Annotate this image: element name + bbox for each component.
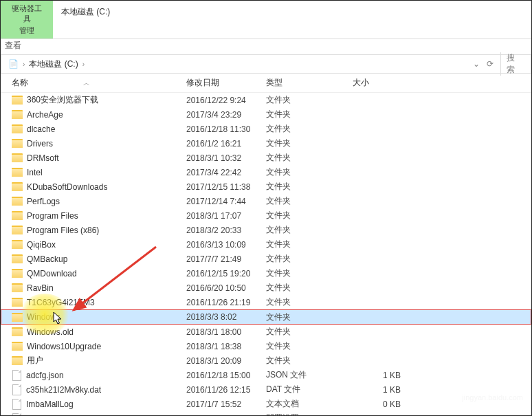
file-date: 2018/3/1 17:07 [186, 211, 266, 221]
file-type: 文件夹 [266, 340, 353, 352]
file-type: 文件夹 [266, 253, 353, 265]
file-size: 1 KB [353, 371, 421, 380]
folder-icon [12, 269, 23, 278]
file-row[interactable]: Windows.old2018/3/1 18:00文件夹 [1, 325, 531, 339]
file-date: 2016/3/13 10:09 [186, 240, 266, 250]
file-row[interactable]: ArcheAge2017/3/4 23:29文件夹 [1, 107, 531, 122]
file-type: 文件夹 [266, 326, 353, 338]
file-type: 文件夹 [266, 296, 353, 308]
file-name: T1C63yG4i21EM3 [27, 298, 95, 307]
folder-icon [12, 226, 23, 234]
file-name: KDubaSoftDownloads [27, 182, 107, 192]
refresh-icon[interactable]: ⟳ [484, 58, 496, 70]
file-name: QMBackup [27, 254, 67, 264]
file-row[interactable]: Drivers2016/1/2 16:21文件夹 [1, 136, 531, 151]
file-icon [12, 399, 21, 410]
ribbon-tab-drive-tools[interactable]: 驱动器工具 管理 [1, 1, 53, 39]
file-row[interactable]: QMDownload2016/12/15 19:20文件夹 [1, 266, 531, 281]
file-row[interactable]: QMBackup2017/7/7 21:49文件夹 [1, 252, 531, 266]
file-name: Windows10Upgrade [27, 342, 101, 351]
folder-icon [12, 283, 23, 292]
file-date: 2017/3/4 23:29 [186, 110, 266, 120]
address-bar[interactable]: 📄 › 本地磁盘 (C:) › ⌄ ⟳ 搜索 [1, 54, 531, 74]
file-date: 2017/12/15 11:38 [186, 182, 266, 192]
file-row[interactable]: Windows10Upgrade2018/3/1 18:38文件夹 [1, 339, 531, 353]
search-placeholder: 搜索 [507, 52, 522, 76]
file-row[interactable]: dlcache2016/12/18 11:30文件夹 [1, 122, 531, 136]
file-name: ArcheAge [27, 110, 63, 120]
folder-icon [12, 153, 23, 162]
file-row[interactable]: adcfg.json2016/12/18 15:00JSON 文件1 KB [1, 368, 531, 382]
file-name: Program Files (x86) [27, 226, 99, 235]
file-row[interactable]: KDubaSoftDownloads2017/12/15 11:38文件夹 [1, 179, 531, 194]
folder-icon [12, 168, 23, 177]
column-header-type[interactable]: 类型 [266, 77, 353, 89]
breadcrumb-item[interactable]: 本地磁盘 (C:) [27, 58, 79, 70]
file-name: 用户 [27, 355, 43, 366]
folder-icon [12, 298, 23, 307]
file-name: c35hk21I2Mv8ky.dat [26, 385, 101, 395]
search-box[interactable]: 搜索 [500, 52, 528, 76]
file-date: 2016/1/2 16:21 [186, 139, 266, 149]
file-date: 2017/7/7 21:49 [186, 254, 266, 264]
folder-icon [12, 197, 23, 206]
file-name: Windows [27, 312, 60, 322]
file-row[interactable]: 360安全浏览器下载2016/12/22 9:24文件夹 [1, 93, 531, 107]
file-date: 2017/3/4 22:42 [186, 168, 266, 177]
file-type: 配置设置 [266, 413, 353, 416]
file-row[interactable]: InstallConfig2016/3/13 10:09配置设置1 KB [1, 411, 531, 416]
column-header-date[interactable]: 修改日期 [186, 77, 266, 89]
file-size: 1 KB [353, 414, 421, 417]
file-row-selected[interactable]: Windows2018/3/3 8:02文件夹 [1, 309, 531, 325]
file-type: 文件夹 [266, 210, 353, 221]
folder-icon [12, 254, 23, 263]
file-row[interactable]: RavBin2016/6/20 10:50文件夹 [1, 281, 531, 295]
file-date: 2016/12/18 15:00 [186, 371, 266, 380]
folder-icon [12, 313, 23, 322]
file-row[interactable]: PerfLogs2017/12/14 7:44文件夹 [1, 194, 531, 208]
folder-icon [12, 124, 23, 133]
file-name: QiqiBox [27, 240, 56, 250]
file-row[interactable]: Program Files (x86)2018/3/2 20:33文件夹 [1, 223, 531, 237]
file-type: 文件夹 [266, 311, 353, 323]
file-row[interactable]: Intel2017/3/4 22:42文件夹 [1, 165, 531, 179]
chevron-right-icon[interactable]: › [80, 61, 87, 68]
file-type: 文本文档 [266, 398, 353, 410]
ribbon-tab-line2: 管理 [9, 25, 45, 36]
file-name: DRMsoft [27, 153, 59, 163]
file-row[interactable]: Program Files2018/3/1 17:07文件夹 [1, 208, 531, 223]
file-row[interactable]: 用户2018/3/1 20:09文件夹 [1, 353, 531, 368]
file-row[interactable]: ImbaMallLog2017/1/7 15:52文本文档0 KB [1, 397, 531, 411]
file-name: RavBin [27, 283, 54, 293]
folder-icon [12, 96, 23, 105]
file-type: 文件夹 [266, 282, 353, 294]
file-name: ImbaMallLog [26, 399, 74, 409]
file-row[interactable]: T1C63yG4i21EM32016/11/26 21:19文件夹 [1, 295, 531, 309]
chevron-right-icon[interactable]: › [20, 61, 27, 68]
file-icon [12, 384, 21, 395]
file-date: 2016/12/18 11:30 [186, 124, 266, 134]
file-name: Windows.old [27, 327, 74, 337]
sort-asc-icon: ︿ [83, 78, 90, 88]
file-type: 文件夹 [266, 166, 353, 178]
dropdown-icon[interactable]: ⌄ [470, 58, 483, 70]
column-header-name[interactable]: 名称 ︿ [12, 77, 186, 89]
folder-icon [12, 110, 23, 119]
file-date: 2018/3/1 10:32 [186, 153, 266, 163]
folder-icon [12, 240, 23, 249]
file-row[interactable]: c35hk21I2Mv8ky.dat2016/11/26 12:15DAT 文件… [1, 382, 531, 397]
file-size: 1 KB [353, 385, 421, 395]
breadcrumb-root-icon[interactable]: 📄 [7, 59, 20, 69]
file-row[interactable]: QiqiBox2016/3/13 10:09文件夹 [1, 237, 531, 252]
toolbar-view-label[interactable]: 查看 [3, 40, 21, 52]
file-row[interactable]: DRMsoft2018/3/1 10:32文件夹 [1, 151, 531, 165]
file-type: 文件夹 [266, 239, 353, 250]
ribbon-tab-localdisk[interactable]: 本地磁盘 (C:) [53, 1, 118, 39]
folder-icon [12, 139, 23, 148]
file-name: PerfLogs [27, 197, 60, 206]
file-size: 0 KB [353, 399, 421, 409]
file-type: 文件夹 [266, 195, 353, 207]
column-header-size[interactable]: 大小 [353, 77, 421, 89]
file-date: 2018/3/1 18:38 [186, 342, 266, 351]
file-icon [12, 370, 21, 381]
